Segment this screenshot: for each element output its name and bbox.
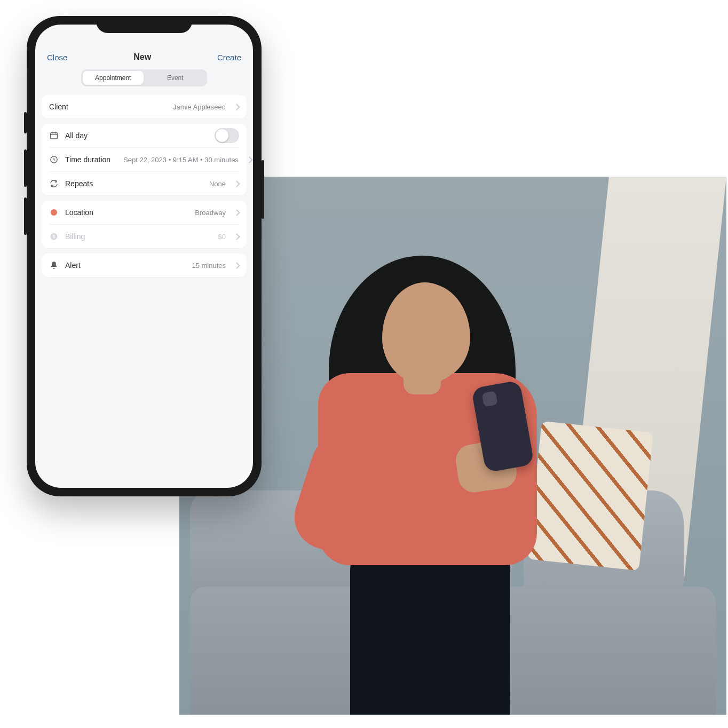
repeats-row[interactable]: Repeats None: [49, 172, 239, 195]
segmented-control: Appointment Event: [81, 69, 207, 86]
chevron-right-icon: [246, 156, 253, 163]
alert-label: Alert: [65, 261, 81, 270]
dollar-icon: $: [49, 232, 59, 241]
location-row[interactable]: Location Broadway: [49, 201, 239, 225]
chevron-right-icon: [233, 233, 240, 240]
close-button[interactable]: Close: [47, 53, 67, 62]
create-button[interactable]: Create: [217, 53, 241, 62]
all-day-toggle[interactable]: [215, 128, 239, 143]
time-duration-label: Time duration: [65, 155, 110, 164]
chevron-right-icon: [233, 180, 240, 187]
screen-title: New: [133, 52, 151, 62]
billing-label: Billing: [65, 232, 85, 241]
repeat-icon: [49, 179, 59, 188]
calendar-icon: [49, 131, 59, 140]
all-day-label: All day: [65, 131, 88, 140]
new-appointment-screen: Close New Create Appointment Event Clien…: [35, 25, 253, 488]
client-row[interactable]: Client Jamie Appleseed: [49, 95, 239, 118]
tab-appointment[interactable]: Appointment: [83, 71, 144, 85]
alert-value: 15 minutes: [192, 262, 226, 270]
svg-text:$: $: [53, 234, 56, 239]
repeats-label: Repeats: [65, 179, 93, 188]
phone-mockup: Close New Create Appointment Event Clien…: [27, 16, 262, 496]
chevron-right-icon: [233, 262, 240, 269]
bell-icon: [49, 260, 59, 270]
alert-row[interactable]: Alert 15 minutes: [49, 254, 239, 277]
billing-value: $0: [218, 233, 226, 241]
nav-bar: Close New Create: [35, 49, 253, 67]
location-label: Location: [65, 208, 93, 217]
time-duration-row[interactable]: Time duration Sept 22, 2023 • 9:15 AM • …: [49, 148, 239, 172]
billing-row[interactable]: $ Billing $0: [49, 225, 239, 248]
repeats-value: None: [209, 180, 226, 188]
location-value: Broadway: [195, 209, 226, 217]
time-duration-value: Sept 22, 2023 • 9:15 AM • 30 minutes: [123, 156, 239, 164]
chevron-right-icon: [233, 104, 240, 110]
tab-event[interactable]: Event: [145, 71, 206, 85]
svg-rect-0: [51, 133, 58, 139]
chevron-right-icon: [233, 209, 240, 216]
clock-icon: [49, 155, 59, 164]
client-value: Jamie Appleseed: [173, 103, 226, 111]
all-day-row: All day: [49, 124, 239, 148]
location-dot-icon: [49, 208, 59, 217]
client-label: Client: [49, 102, 68, 111]
